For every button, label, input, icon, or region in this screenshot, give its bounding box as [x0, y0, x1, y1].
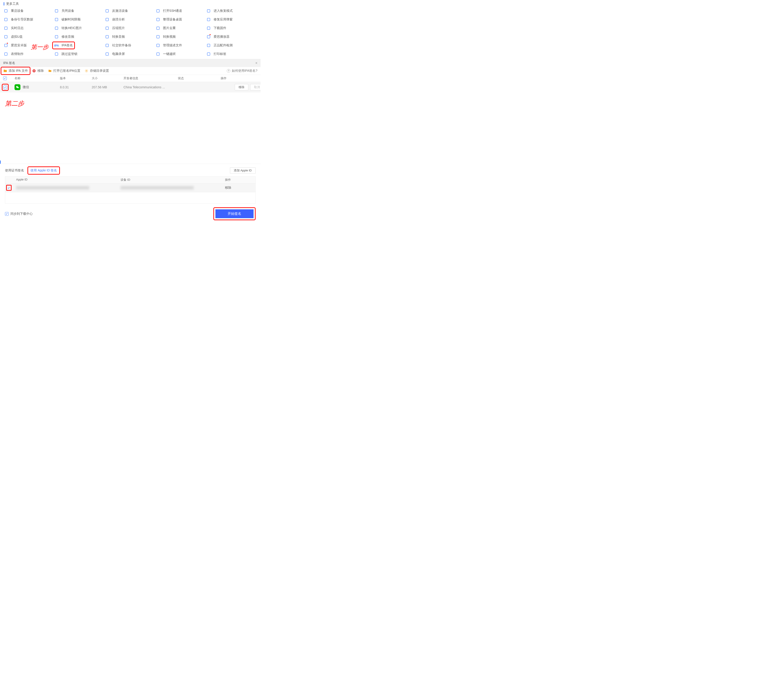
audio-edit-icon	[54, 34, 59, 39]
tool-item-usb[interactable]: 虚拟U盘	[3, 34, 54, 39]
col-name: 名称	[15, 76, 60, 80]
help-link[interactable]: ? 如何使用IPA签名?	[227, 69, 257, 73]
svg-rect-22	[157, 44, 159, 47]
storage-dir-label: 存储目录设置	[90, 69, 109, 73]
tool-item-repair[interactable]: 修复应用弹窗	[206, 17, 257, 22]
tool-label: 管理描述文件	[163, 43, 182, 47]
tool-label: IPA签名	[62, 43, 73, 47]
tool-item-dedupe[interactable]: 图片去重	[156, 26, 206, 30]
appleid-row-checkbox[interactable]	[7, 186, 10, 190]
appleid-table-empty	[5, 192, 255, 204]
tool-item-loading[interactable]: 重启设备	[3, 9, 54, 13]
tool-item-power[interactable]: 关闭设备	[54, 9, 105, 13]
dedupe-icon	[156, 26, 160, 30]
appleid-table-header: Apple ID 设备 ID 操作	[5, 176, 255, 183]
row-size: 207.56 MB	[92, 85, 123, 89]
svg-rect-6	[55, 18, 58, 21]
appleid-checkbox-highlight	[6, 185, 11, 191]
close-icon[interactable]: ×	[255, 61, 257, 65]
tool-item-download[interactable]: 下载固件	[206, 26, 257, 30]
tool-item-log[interactable]: 实时日志	[3, 26, 54, 30]
section-title-more-tools: 更多工具	[0, 0, 260, 7]
tool-item-screen-record[interactable]: 电脑录屏	[105, 52, 155, 56]
tool-label: 破解时间限额	[62, 18, 80, 21]
tool-item-print[interactable]: 打印标签	[206, 52, 257, 56]
tool-item-jailbreak[interactable]: 一键越狱	[156, 52, 206, 56]
tool-item-compress[interactable]: 压缩照片	[105, 26, 155, 30]
crash-icon	[105, 17, 110, 22]
tool-label: 打开SSH通道	[163, 9, 182, 13]
terminal-icon	[156, 9, 160, 13]
svg-rect-13	[157, 27, 159, 29]
ipa-table-row: 微信 8.0.31 207.56 MB China Telecommunicat…	[0, 82, 260, 92]
auth-icon	[206, 43, 211, 48]
tool-item-device[interactable]: 反激活设备	[105, 9, 155, 13]
open-signed-location-button[interactable]: 打开已签名IPA位置	[48, 69, 80, 73]
start-sign-button[interactable]: 开始签名	[216, 209, 254, 218]
tool-label: 整理设备桌面	[163, 18, 182, 21]
storage-dir-button[interactable]: 存储目录设置	[85, 69, 109, 73]
tool-label: 修改音频	[62, 35, 74, 39]
row-checkbox[interactable]	[3, 86, 7, 89]
tool-label: 打印标签	[214, 52, 226, 56]
tool-item-backup[interactable]: 备份引导区数据	[3, 17, 54, 22]
tool-item-video-convert[interactable]: 转换视频	[156, 34, 206, 39]
remove-icon	[32, 69, 36, 73]
social-icon	[105, 43, 110, 48]
svg-rect-9	[207, 18, 210, 21]
tool-item-crash[interactable]: 崩溃分析	[105, 17, 155, 22]
tool-item-social[interactable]: 社交软件备份	[105, 43, 155, 48]
appleid-row-remove[interactable]: 移除	[225, 186, 254, 190]
recovery-icon	[206, 9, 211, 13]
row-developer: China Telecommunications ...	[123, 85, 178, 89]
tool-item-profile[interactable]: 管理描述文件	[156, 43, 206, 48]
tool-item-recovery[interactable]: 进入恢复模式	[206, 9, 257, 13]
tool-item-skip-lock[interactable]: 跳过监管锁	[54, 52, 105, 56]
row-remove-button[interactable]: 移除	[235, 84, 248, 90]
tool-item-android[interactable]: 爱思安卓版第一步	[3, 43, 54, 48]
tool-item-ipa[interactable]: IPAIPA签名	[52, 42, 75, 49]
download-folder-icon	[3, 69, 7, 73]
add-appleid-button[interactable]: 添加 Apple ID	[230, 167, 255, 174]
col-status: 状态	[178, 76, 221, 80]
player-icon	[206, 34, 211, 39]
tools-grid: 重启设备关闭设备反激活设备打开SSH通道进入恢复模式备份引导区数据破解时间限额崩…	[0, 7, 260, 59]
tab-cert-sign[interactable]: 使用证书签名	[5, 167, 24, 174]
svg-rect-20	[5, 44, 7, 47]
svg-rect-21	[106, 44, 108, 47]
audio-convert-icon	[105, 34, 110, 39]
ipa-panel-header: IPA 签名 ×	[0, 59, 260, 67]
svg-rect-11	[55, 27, 58, 29]
tool-label: 图片去重	[163, 26, 176, 30]
tab-appleid-sign[interactable]: 使用 Apple ID 签名	[28, 167, 60, 175]
tool-item-terminal[interactable]: 打开SSH通道	[156, 9, 206, 13]
select-all-checkbox[interactable]	[3, 77, 7, 80]
svg-rect-12	[106, 27, 108, 29]
signing-bottom-panel: 使用证书签名 使用 Apple ID 签名 添加 Apple ID Apple …	[0, 164, 260, 224]
tool-item-audio-convert[interactable]: 转换音频	[105, 34, 155, 39]
tool-label: 备份引导区数据	[11, 18, 33, 21]
appleid-table-row: 移除	[5, 183, 255, 192]
appleid-value-blurred	[16, 186, 89, 190]
add-ipa-file-button[interactable]: 添加 IPA 文件	[1, 67, 30, 75]
heic-icon	[54, 26, 59, 30]
log-icon	[3, 26, 8, 30]
tool-item-player[interactable]: 爱思播放器	[206, 34, 257, 39]
backup-icon	[3, 17, 8, 22]
svg-rect-4	[207, 10, 210, 12]
remove-button[interactable]: 移除	[32, 69, 44, 73]
tool-label: 修复应用弹窗	[214, 18, 233, 21]
tool-item-clock[interactable]: 破解时间限额	[54, 17, 105, 22]
tool-item-emoji[interactable]: 表情制作	[3, 52, 54, 56]
tool-item-audio-edit[interactable]: 修改音频	[54, 34, 105, 39]
wechat-icon	[15, 84, 20, 90]
file-list-area: 第二步	[0, 92, 260, 160]
tool-item-auth[interactable]: 正品配件检测	[206, 43, 257, 48]
annotation-step2: 第二步	[0, 92, 260, 108]
svg-rect-18	[157, 35, 159, 38]
sync-checkbox[interactable]	[5, 212, 9, 216]
svg-rect-14	[207, 27, 210, 29]
svg-rect-7	[106, 18, 108, 21]
tool-item-grid[interactable]: 整理设备桌面	[156, 17, 206, 22]
tool-item-heic[interactable]: 转换HEIC图片	[54, 26, 105, 30]
